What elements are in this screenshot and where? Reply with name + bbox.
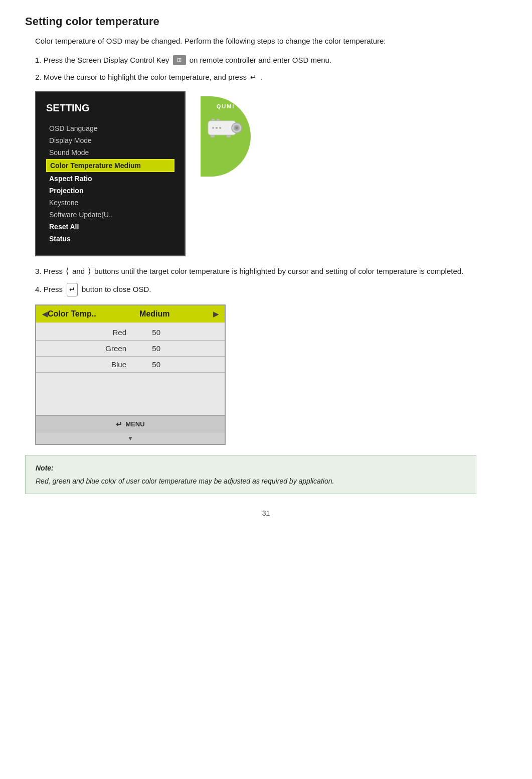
step1-text-after: on remote controller and enter OSD menu. xyxy=(190,54,331,66)
osd-item-sound-mode: Sound Mode xyxy=(46,147,174,158)
svg-point-6 xyxy=(212,127,214,129)
step3-text-before: 3. Press xyxy=(35,265,63,277)
ct-row-green: Green 50 xyxy=(36,341,225,357)
ct-empty-space xyxy=(36,373,225,413)
osd-item-osd-language: OSD Language xyxy=(46,123,174,134)
projector-icon xyxy=(206,113,246,141)
ct-footer-label: MENU xyxy=(125,420,144,428)
step2-text-before: 2. Move the cursor to highlight the colo… xyxy=(35,71,247,83)
ct-left-arrow: ◀ xyxy=(42,310,48,318)
ct-body: Red 50 Green 50 Blue 50 xyxy=(36,323,225,415)
qumi-brand-text: QUMI xyxy=(217,103,235,109)
ct-right-arrow: ▶ xyxy=(213,310,219,318)
ct-row-red: Red 50 xyxy=(36,325,225,341)
step-1: 1. Press the Screen Display Control Key … xyxy=(35,54,507,66)
ct-green-value: 50 xyxy=(130,344,160,353)
osd-item-display-mode: Display Mode xyxy=(46,135,174,146)
osd-item-aspect-ratio: Aspect Ratio xyxy=(46,173,174,184)
svg-point-3 xyxy=(235,126,238,129)
step4-text-before: 4. Press xyxy=(35,283,63,295)
close-button-icon: ↵ xyxy=(67,283,78,296)
osd-item-keystone: Keystone xyxy=(46,197,174,208)
left-arrow-icon: ⟨ xyxy=(66,264,69,278)
ct-row-blue: Blue 50 xyxy=(36,357,225,373)
step-2: 2. Move the cursor to highlight the colo… xyxy=(35,71,507,83)
return-small-icon: ↵ xyxy=(116,420,122,429)
osd-item-projection: Projection xyxy=(46,185,174,196)
ct-header: ◀ Color Temp.. Medium ▶ xyxy=(36,305,225,323)
qumi-logo: QUMI xyxy=(201,96,256,187)
ct-down-arrow: ▼ xyxy=(36,433,225,444)
right-arrow-icon: ⟩ xyxy=(88,264,91,278)
step-3: 3. Press ⟨ and ⟩ buttons until the targe… xyxy=(35,264,507,278)
step1-text-before: 1. Press the Screen Display Control Key xyxy=(35,54,169,66)
svg-rect-5 xyxy=(217,119,220,121)
ct-red-value: 50 xyxy=(130,328,160,337)
svg-point-7 xyxy=(216,127,218,129)
page-number: 31 xyxy=(25,509,507,517)
ct-blue-label: Blue xyxy=(96,360,126,369)
svg-rect-4 xyxy=(212,119,215,121)
ct-green-label: Green xyxy=(96,344,126,353)
color-temp-screen: ◀ Color Temp.. Medium ▶ Red 50 Green 50 … xyxy=(35,304,226,445)
svg-point-8 xyxy=(219,127,221,129)
step3-text-mid: and xyxy=(72,265,85,277)
osd-screen: SETTING OSD Language Display Mode Sound … xyxy=(35,91,186,256)
osd-screenshot-area: SETTING OSD Language Display Mode Sound … xyxy=(35,91,507,256)
note-label: Note: xyxy=(36,462,466,474)
return-arrow-icon: ↵ xyxy=(250,71,257,83)
note-box: Note: Red, green and blue color of user … xyxy=(25,455,476,495)
intro-paragraph: Color temperature of OSD may be changed.… xyxy=(35,35,411,47)
osd-item-status: Status xyxy=(46,233,174,244)
ct-red-label: Red xyxy=(96,328,126,337)
step3-text-after: buttons until the target color temperatu… xyxy=(94,265,463,277)
osd-title: SETTING xyxy=(46,102,174,114)
step2-text-after: . xyxy=(260,71,262,83)
svg-rect-10 xyxy=(227,135,231,137)
page-title: Setting color temperature xyxy=(25,15,507,28)
color-temp-screenshot-area: ◀ Color Temp.. Medium ▶ Red 50 Green 50 … xyxy=(35,304,507,445)
ct-blue-value: 50 xyxy=(130,360,160,369)
osd-item-color-temperature: Color Temperature Medium xyxy=(46,159,174,172)
osd-control-key-icon: ⊞ xyxy=(173,55,186,65)
svg-rect-9 xyxy=(211,135,215,137)
qumi-circle-bg: QUMI xyxy=(201,96,251,177)
osd-item-reset-all: Reset All xyxy=(46,221,174,232)
ct-header-value: Medium xyxy=(96,309,213,319)
osd-item-software-update: Software Update(U.. xyxy=(46,209,174,220)
ct-header-label: Color Temp.. xyxy=(48,309,96,319)
step4-text-after: button to close OSD. xyxy=(82,283,151,295)
note-text: Red, green and blue color of user color … xyxy=(36,476,466,487)
step-4: 4. Press ↵ button to close OSD. xyxy=(35,283,507,296)
ct-footer: ↵ MENU xyxy=(36,415,225,433)
